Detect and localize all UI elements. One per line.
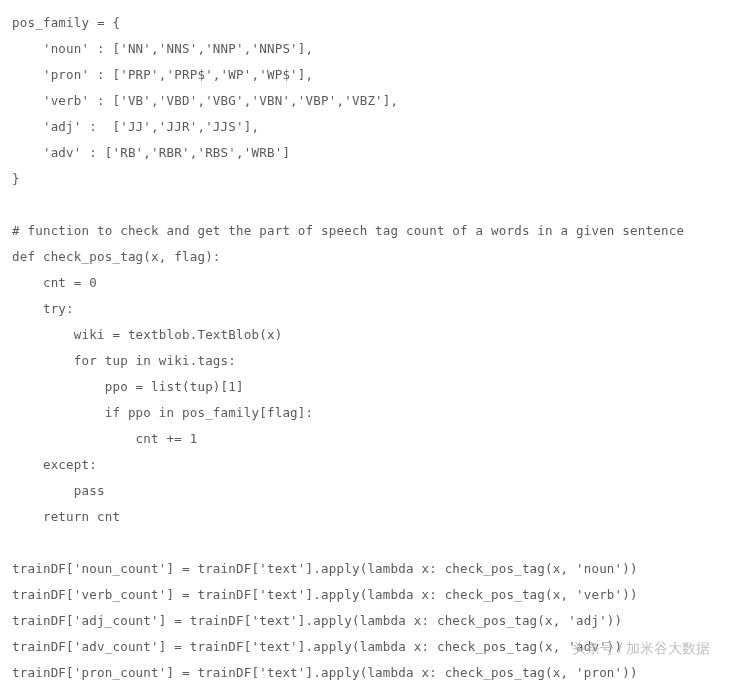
code-line: } — [12, 166, 728, 192]
code-line: trainDF['verb_count'] = trainDF['text'].… — [12, 582, 728, 608]
code-line: ppo = list(tup)[1] — [12, 374, 728, 400]
code-line: cnt = 0 — [12, 270, 728, 296]
code-line: 'adj' : ['JJ','JJR','JJS'], — [12, 114, 728, 140]
code-line: 'adv' : ['RB','RBR','RBS','WRB'] — [12, 140, 728, 166]
code-line: return cnt — [12, 504, 728, 530]
code-line: 'verb' : ['VB','VBD','VBG','VBN','VBP','… — [12, 88, 728, 114]
code-line: trainDF['pron_count'] = trainDF['text'].… — [12, 660, 728, 686]
code-line: for tup in wiki.tags: — [12, 348, 728, 374]
code-line — [12, 192, 728, 218]
code-line: 'pron' : ['PRP','PRP$','WP','WP$'], — [12, 62, 728, 88]
code-line: def check_pos_tag(x, flag): — [12, 244, 728, 270]
code-line: 'noun' : ['NN','NNS','NNP','NNPS'], — [12, 36, 728, 62]
code-block: pos_family = { 'noun' : ['NN','NNS','NNP… — [12, 10, 728, 686]
code-line: if ppo in pos_family[flag]: — [12, 400, 728, 426]
code-line: # function to check and get the part of … — [12, 218, 728, 244]
code-line: except: — [12, 452, 728, 478]
code-line: trainDF['noun_count'] = trainDF['text'].… — [12, 556, 728, 582]
code-line — [12, 530, 728, 556]
code-line: try: — [12, 296, 728, 322]
code-line: pass — [12, 478, 728, 504]
code-line: pos_family = { — [12, 10, 728, 36]
watermark-text: 头条号 / 加米谷大数据 — [572, 635, 710, 661]
code-line: trainDF['adj_count'] = trainDF['text'].a… — [12, 608, 728, 634]
code-line: cnt += 1 — [12, 426, 728, 452]
code-line: wiki = textblob.TextBlob(x) — [12, 322, 728, 348]
